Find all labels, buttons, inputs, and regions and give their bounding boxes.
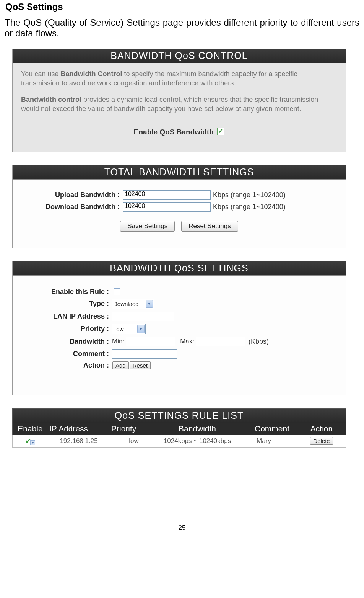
col-enable: Enable: [13, 424, 48, 433]
page-number: 25: [3, 524, 361, 532]
col-action: Action: [301, 424, 342, 433]
total-bandwidth-settings-panel: TOTAL BANDWIDTH SETTINGS Upload Bandwidt…: [12, 165, 346, 248]
download-bandwidth-input[interactable]: 102400: [123, 202, 211, 212]
page-title: QoS Settings: [5, 2, 361, 12]
bandwidth-max-input[interactable]: [196, 337, 245, 346]
enable-qos-checkbox[interactable]: [217, 128, 224, 135]
lan-ip-input[interactable]: [112, 312, 174, 321]
reset-settings-button[interactable]: Reset Settings: [181, 221, 238, 232]
row-ip: 192.168.1.25: [48, 437, 110, 445]
upload-bandwidth-input[interactable]: 102400: [123, 190, 211, 200]
bandwidth-qos-control-panel: BANDWIDTH QoS CONTROL You can use Bandwi…: [12, 49, 346, 152]
col-bandwidth: Bandwidth: [158, 424, 237, 433]
enable-rule-checkbox[interactable]: [114, 288, 120, 295]
type-select-value: Downlaod: [113, 301, 139, 307]
priority-select[interactable]: Low ▼: [112, 324, 146, 334]
save-settings-button[interactable]: Save Settings: [120, 221, 175, 232]
panel1-p1a: You can use: [21, 70, 60, 78]
qos-rule-list-panel: QoS SETTINGS RULE LIST Enable IP Address…: [12, 408, 346, 448]
row-bandwidth: 1024kbps ~ 10240kbps: [158, 437, 237, 445]
intro-text: The QoS (Quality of Service) Settings pa…: [5, 17, 359, 39]
col-priority: Priority: [110, 424, 158, 433]
chevron-down-icon: ▼: [146, 300, 153, 308]
panel1-p1b: Bandwidth Control: [60, 70, 122, 78]
bandwidth-label: Bandwidth :: [20, 338, 112, 346]
panel3-header: BANDWIDTH QoS SETTINGS: [13, 261, 346, 276]
action-label: Action :: [20, 361, 112, 369]
bandwidth-qos-settings-panel: BANDWIDTH QoS SETTINGS Enable this Rule …: [12, 261, 346, 395]
col-comment: Comment: [237, 424, 301, 433]
rulelist-header: QoS SETTINGS RULE LIST: [12, 408, 346, 423]
kbps-label: (Kbps): [249, 338, 269, 346]
panel1-p2a: Bandwidth control: [21, 96, 81, 103]
bandwidth-min-input[interactable]: [126, 337, 176, 346]
lan-ip-label: LAN IP Address :: [20, 312, 112, 320]
enable-qos-label: Enable QoS Bandwidth: [134, 128, 214, 136]
priority-label: Priority :: [20, 325, 112, 333]
delete-button[interactable]: Delete: [310, 437, 333, 445]
enable-rule-label: Enable this Rule :: [20, 288, 112, 296]
type-select[interactable]: Downlaod ▼: [112, 299, 154, 309]
title-rule: [3, 13, 361, 13]
chevron-down-icon: ▼: [137, 325, 145, 333]
panel1-paragraph1: You can use Bandwidth Control to specify…: [21, 69, 337, 88]
priority-select-value: Low: [113, 326, 124, 332]
row-priority: low: [110, 437, 158, 445]
row-comment: Mary: [237, 437, 301, 445]
comment-input[interactable]: [112, 349, 177, 359]
chevron-down-icon: ▾: [30, 440, 35, 445]
screenshot-area: BANDWIDTH QoS CONTROL You can use Bandwi…: [12, 49, 346, 448]
add-button[interactable]: Add: [112, 361, 129, 369]
rulelist-column-headers: Enable IP Address Priority Bandwidth Com…: [12, 423, 346, 435]
max-label: Max:: [180, 338, 194, 345]
col-ip: IP Address: [48, 424, 110, 433]
panel1-header: BANDWIDTH QoS CONTROL: [13, 49, 346, 63]
download-bandwidth-label: Download Bandwidth :: [20, 203, 123, 211]
upload-bandwidth-label: Upload Bandwidth :: [20, 191, 123, 199]
enable-toggle[interactable]: ✔▾: [25, 437, 35, 445]
download-hint: Kbps (range 1~102400): [213, 203, 286, 211]
table-row: ✔▾ 192.168.1.25 low 1024kbps ~ 10240kbps…: [12, 435, 346, 448]
comment-label: Comment :: [20, 350, 112, 358]
min-label: Min:: [112, 338, 124, 345]
type-label: Type :: [20, 300, 112, 308]
panel1-paragraph2: Bandwidth control provides a dynamic loa…: [21, 95, 337, 114]
reset-button[interactable]: Reset: [130, 361, 151, 369]
upload-hint: Kbps (range 1~102400): [213, 191, 286, 199]
panel2-header: TOTAL BANDWIDTH SETTINGS: [13, 165, 346, 180]
